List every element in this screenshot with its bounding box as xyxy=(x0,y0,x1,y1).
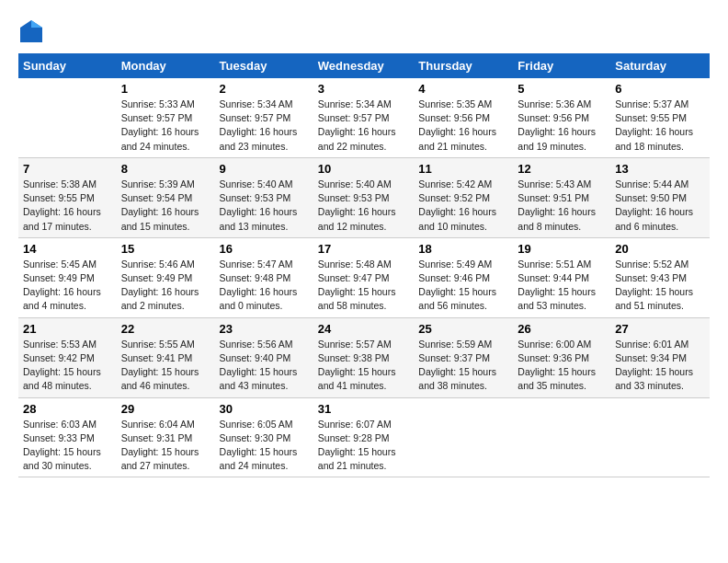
day-number: 10 xyxy=(318,162,410,176)
calendar-cell: 19Sunrise: 5:51 AM Sunset: 9:44 PM Dayli… xyxy=(513,237,610,317)
weekday-header: Monday xyxy=(117,53,215,78)
calendar-table: SundayMondayTuesdayWednesdayThursdayFrid… xyxy=(18,53,710,477)
day-number: 6 xyxy=(615,82,705,96)
day-number: 4 xyxy=(418,82,508,96)
day-info: Sunrise: 5:33 AM Sunset: 9:57 PM Dayligh… xyxy=(121,98,210,154)
day-number: 14 xyxy=(23,242,112,256)
day-info: Sunrise: 5:59 AM Sunset: 9:37 PM Dayligh… xyxy=(418,338,508,394)
day-info: Sunrise: 6:04 AM Sunset: 9:31 PM Dayligh… xyxy=(121,418,210,474)
day-number: 8 xyxy=(121,162,210,176)
day-info: Sunrise: 5:52 AM Sunset: 9:43 PM Dayligh… xyxy=(615,258,705,314)
day-info: Sunrise: 5:53 AM Sunset: 9:42 PM Dayligh… xyxy=(23,338,112,394)
day-info: Sunrise: 5:36 AM Sunset: 9:56 PM Dayligh… xyxy=(518,98,606,154)
day-info: Sunrise: 5:57 AM Sunset: 9:38 PM Dayligh… xyxy=(318,338,410,394)
calendar-cell: 8Sunrise: 5:39 AM Sunset: 9:54 PM Daylig… xyxy=(117,157,215,237)
logo xyxy=(18,18,48,44)
day-number: 1 xyxy=(121,82,210,96)
day-info: Sunrise: 5:40 AM Sunset: 9:53 PM Dayligh… xyxy=(220,178,309,234)
day-number: 19 xyxy=(518,242,606,256)
day-info: Sunrise: 5:43 AM Sunset: 9:51 PM Dayligh… xyxy=(518,178,606,234)
day-info: Sunrise: 5:45 AM Sunset: 9:49 PM Dayligh… xyxy=(23,258,112,314)
day-number: 16 xyxy=(220,242,309,256)
day-info: Sunrise: 5:56 AM Sunset: 9:40 PM Dayligh… xyxy=(220,338,309,394)
weekday-header: Saturday xyxy=(610,53,710,78)
calendar-week-row: 7Sunrise: 5:38 AM Sunset: 9:55 PM Daylig… xyxy=(18,157,710,237)
day-number: 30 xyxy=(220,402,309,416)
calendar-cell: 4Sunrise: 5:35 AM Sunset: 9:56 PM Daylig… xyxy=(414,78,513,157)
day-info: Sunrise: 5:48 AM Sunset: 9:47 PM Dayligh… xyxy=(318,258,410,314)
day-info: Sunrise: 5:49 AM Sunset: 9:46 PM Dayligh… xyxy=(418,258,508,314)
day-number: 18 xyxy=(418,242,508,256)
calendar-cell: 13Sunrise: 5:44 AM Sunset: 9:50 PM Dayli… xyxy=(610,157,710,237)
calendar-cell xyxy=(610,397,710,477)
day-info: Sunrise: 5:37 AM Sunset: 9:55 PM Dayligh… xyxy=(615,98,705,154)
day-number: 12 xyxy=(518,162,606,176)
calendar-cell xyxy=(513,397,610,477)
day-number: 3 xyxy=(318,82,410,96)
day-info: Sunrise: 5:51 AM Sunset: 9:44 PM Dayligh… xyxy=(518,258,606,314)
day-number: 7 xyxy=(23,162,112,176)
weekday-header: Thursday xyxy=(414,53,513,78)
day-info: Sunrise: 5:34 AM Sunset: 9:57 PM Dayligh… xyxy=(318,98,410,154)
calendar-cell: 10Sunrise: 5:40 AM Sunset: 9:53 PM Dayli… xyxy=(313,157,415,237)
calendar-cell xyxy=(18,78,117,157)
calendar-cell: 3Sunrise: 5:34 AM Sunset: 9:57 PM Daylig… xyxy=(313,78,415,157)
day-number: 17 xyxy=(318,242,410,256)
calendar-cell: 15Sunrise: 5:46 AM Sunset: 9:49 PM Dayli… xyxy=(117,237,215,317)
day-info: Sunrise: 6:00 AM Sunset: 9:36 PM Dayligh… xyxy=(518,338,606,394)
calendar-cell: 12Sunrise: 5:43 AM Sunset: 9:51 PM Dayli… xyxy=(513,157,610,237)
calendar-week-row: 28Sunrise: 6:03 AM Sunset: 9:33 PM Dayli… xyxy=(18,397,710,477)
calendar-cell: 31Sunrise: 6:07 AM Sunset: 9:28 PM Dayli… xyxy=(313,397,415,477)
day-number: 15 xyxy=(121,242,210,256)
calendar-week-row: 1Sunrise: 5:33 AM Sunset: 9:57 PM Daylig… xyxy=(18,78,710,157)
page-header xyxy=(18,18,710,44)
calendar-cell: 5Sunrise: 5:36 AM Sunset: 9:56 PM Daylig… xyxy=(513,78,610,157)
day-info: Sunrise: 5:35 AM Sunset: 9:56 PM Dayligh… xyxy=(418,98,508,154)
calendar-cell: 2Sunrise: 5:34 AM Sunset: 9:57 PM Daylig… xyxy=(215,78,313,157)
calendar-week-row: 14Sunrise: 5:45 AM Sunset: 9:49 PM Dayli… xyxy=(18,237,710,317)
day-number: 31 xyxy=(318,402,410,416)
calendar-cell: 1Sunrise: 5:33 AM Sunset: 9:57 PM Daylig… xyxy=(117,78,215,157)
day-info: Sunrise: 5:44 AM Sunset: 9:50 PM Dayligh… xyxy=(615,178,705,234)
day-info: Sunrise: 6:01 AM Sunset: 9:34 PM Dayligh… xyxy=(615,338,705,394)
calendar-cell: 27Sunrise: 6:01 AM Sunset: 9:34 PM Dayli… xyxy=(610,317,710,397)
day-info: Sunrise: 6:03 AM Sunset: 9:33 PM Dayligh… xyxy=(23,418,112,474)
day-info: Sunrise: 6:07 AM Sunset: 9:28 PM Dayligh… xyxy=(318,418,410,474)
day-number: 13 xyxy=(615,162,705,176)
calendar-cell: 28Sunrise: 6:03 AM Sunset: 9:33 PM Dayli… xyxy=(18,397,117,477)
day-number: 26 xyxy=(518,322,606,336)
day-info: Sunrise: 5:38 AM Sunset: 9:55 PM Dayligh… xyxy=(23,178,112,234)
day-info: Sunrise: 5:34 AM Sunset: 9:57 PM Dayligh… xyxy=(220,98,309,154)
day-info: Sunrise: 5:42 AM Sunset: 9:52 PM Dayligh… xyxy=(418,178,508,234)
calendar-body: 1Sunrise: 5:33 AM Sunset: 9:57 PM Daylig… xyxy=(18,78,710,477)
day-number: 21 xyxy=(23,322,112,336)
weekday-header: Sunday xyxy=(18,53,117,78)
day-number: 23 xyxy=(220,322,309,336)
day-number: 22 xyxy=(121,322,210,336)
weekday-header: Friday xyxy=(513,53,610,78)
day-number: 29 xyxy=(121,402,210,416)
calendar-cell: 21Sunrise: 5:53 AM Sunset: 9:42 PM Dayli… xyxy=(18,317,117,397)
calendar-cell: 22Sunrise: 5:55 AM Sunset: 9:41 PM Dayli… xyxy=(117,317,215,397)
calendar-cell: 23Sunrise: 5:56 AM Sunset: 9:40 PM Dayli… xyxy=(215,317,313,397)
calendar-cell: 26Sunrise: 6:00 AM Sunset: 9:36 PM Dayli… xyxy=(513,317,610,397)
day-number: 25 xyxy=(418,322,508,336)
day-number: 27 xyxy=(615,322,705,336)
logo-icon xyxy=(18,18,44,44)
calendar-cell: 17Sunrise: 5:48 AM Sunset: 9:47 PM Dayli… xyxy=(313,237,415,317)
day-number: 28 xyxy=(23,402,112,416)
calendar-cell: 25Sunrise: 5:59 AM Sunset: 9:37 PM Dayli… xyxy=(414,317,513,397)
day-info: Sunrise: 5:47 AM Sunset: 9:48 PM Dayligh… xyxy=(220,258,309,314)
calendar-cell: 11Sunrise: 5:42 AM Sunset: 9:52 PM Dayli… xyxy=(414,157,513,237)
day-info: Sunrise: 5:40 AM Sunset: 9:53 PM Dayligh… xyxy=(318,178,410,234)
calendar-cell: 30Sunrise: 6:05 AM Sunset: 9:30 PM Dayli… xyxy=(215,397,313,477)
day-number: 9 xyxy=(220,162,309,176)
day-info: Sunrise: 5:55 AM Sunset: 9:41 PM Dayligh… xyxy=(121,338,210,394)
calendar-cell: 24Sunrise: 5:57 AM Sunset: 9:38 PM Dayli… xyxy=(313,317,415,397)
weekday-header: Tuesday xyxy=(215,53,313,78)
calendar-cell xyxy=(414,397,513,477)
weekday-header: Wednesday xyxy=(313,53,415,78)
calendar-cell: 14Sunrise: 5:45 AM Sunset: 9:49 PM Dayli… xyxy=(18,237,117,317)
day-number: 24 xyxy=(318,322,410,336)
day-info: Sunrise: 5:39 AM Sunset: 9:54 PM Dayligh… xyxy=(121,178,210,234)
